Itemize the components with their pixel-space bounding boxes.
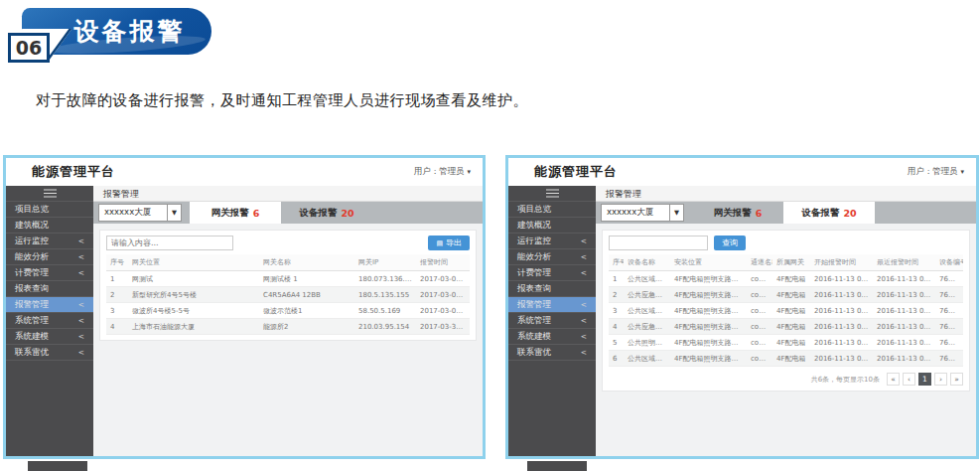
chevron-collapsed-icon: < xyxy=(581,316,587,325)
sidebar-item-4[interactable]: 计费管理< xyxy=(6,265,93,281)
table-cell: 2016-11-13 08:43:52 xyxy=(873,271,935,287)
sidebar-item-0[interactable]: 项目总览 xyxy=(508,202,596,218)
pagination: 共6条，每页显示10条«‹1›» xyxy=(609,373,963,386)
column-header: 通道名称 xyxy=(747,254,772,271)
content-area: 报警管理 xxxxxx大厦 ▼ 网关报警6设备报警20 ▤ 导出 xyxy=(93,186,483,456)
sidebar-item-8[interactable]: 系统建模< xyxy=(508,329,596,345)
tab-label: 网关报警 xyxy=(211,207,249,220)
table-cell: 4 xyxy=(106,319,128,335)
page-button-2[interactable]: 1 xyxy=(918,373,931,386)
sidebar-item-1[interactable]: 建筑概况 xyxy=(6,218,93,234)
sidebar-item-7[interactable]: 系统管理< xyxy=(6,313,93,329)
page-button-1[interactable]: ‹ xyxy=(903,373,915,386)
user-label: 用户：管理员 xyxy=(414,166,465,176)
query-button[interactable]: 查询 xyxy=(714,236,746,250)
table-cell: 公共应急照明 xyxy=(624,287,670,303)
user-menu[interactable]: 用户：管理员 ▾ xyxy=(908,166,964,178)
sidebar-item-label: 能效分析 xyxy=(517,251,551,263)
sidebar-item-3[interactable]: 能效分析< xyxy=(508,249,596,265)
sidebar-item-label: 计费管理 xyxy=(15,267,49,279)
sidebar-item-6[interactable]: 报警管理< xyxy=(6,297,93,313)
table-cell: 微波所4号楼5-5号 xyxy=(128,303,259,319)
table-row[interactable]: 1公共区域照明4F配电箱照明支路（3F）com14F配电箱2016-11-13 … xyxy=(609,271,963,287)
export-button[interactable]: ▤ 导出 xyxy=(428,236,470,250)
table-cell: 公共区域照明 xyxy=(624,303,670,319)
sidebar-item-label: 系统建模 xyxy=(517,331,551,343)
search-input[interactable] xyxy=(106,236,233,250)
building-select[interactable]: xxxxxx大厦 ▼ xyxy=(601,204,684,222)
sidebar-item-7[interactable]: 系统管理< xyxy=(508,313,596,329)
table-row[interactable]: 2公共应急照明4F配电箱照明支路（3C）com14F配电箱2016-11-13 … xyxy=(609,287,963,303)
table-row[interactable]: 3公共区域照明4F配电箱照明支路（3B）com14F配电箱2016-11-13 … xyxy=(609,303,963,319)
tab-device-alarm[interactable]: 设备报警20 xyxy=(281,202,372,224)
breadcrumb: 报警管理 xyxy=(596,186,976,202)
section-description: 对于故障的设备进行报警，及时通知工程管理人员进行现场查看及维护。 xyxy=(36,91,528,110)
menu-toggle-button[interactable] xyxy=(6,186,93,202)
table-cell: 2016-11-13 07:43:57 xyxy=(810,303,873,319)
column-header: 所属网关 xyxy=(772,254,810,271)
table-row[interactable]: 4公共应急照明4F配电箱照明支路（3A）com14F配电箱2016-11-13 … xyxy=(609,319,963,335)
app-window-device-alarm: 能源管理平台 用户：管理员 ▾ 项目总览建筑概况运行监控<能效分析<计费管理<报… xyxy=(505,155,979,459)
sidebar-item-label: 系统管理 xyxy=(15,315,49,327)
search-input[interactable] xyxy=(609,236,708,250)
tab-device-alarm[interactable]: 设备报警20 xyxy=(783,202,875,224)
table-cell: 4F配电箱照明支路（3A） xyxy=(670,319,747,335)
sidebar-item-label: 建筑概况 xyxy=(15,220,49,232)
table-row[interactable]: 2新型研究所4号5号楼C4R5A6A4 12BB180.5.135.155201… xyxy=(106,287,470,303)
chevron-collapsed-icon: < xyxy=(78,348,84,357)
chevron-collapsed-icon: < xyxy=(78,252,84,261)
sidebar-item-4[interactable]: 计费管理< xyxy=(508,265,596,281)
sidebar-item-2[interactable]: 运行监控< xyxy=(6,234,93,249)
sidebar-item-8[interactable]: 系统建模< xyxy=(6,329,93,345)
sidebar-item-1[interactable]: 建筑概况 xyxy=(508,218,596,234)
sidebar-item-label: 报警管理 xyxy=(517,299,551,311)
chevron-collapsed-icon: < xyxy=(581,332,587,341)
sidebar-item-label: 报警管理 xyxy=(15,299,49,311)
table-row[interactable]: 6公共区域照明4F配电箱照明支路（3D）com14F配电箱2016-11-13 … xyxy=(609,351,963,367)
sidebar-item-label: 能效分析 xyxy=(15,251,49,263)
sidebar-item-3[interactable]: 能效分析< xyxy=(6,249,93,265)
tab-gateway-alarm[interactable]: 网关报警6 xyxy=(190,202,281,224)
table-cell: 能源所2 xyxy=(259,319,354,335)
table-cell: com1 xyxy=(747,319,772,335)
sidebar-item-0[interactable]: 项目总览 xyxy=(6,202,93,218)
tab-gateway-alarm[interactable]: 网关报警6 xyxy=(692,202,783,224)
tab-bar: xxxxxx大厦 ▼ 网关报警6设备报警20 xyxy=(93,202,483,224)
chevron-collapsed-icon: < xyxy=(581,236,587,245)
user-menu[interactable]: 用户：管理员 ▾ xyxy=(414,166,471,178)
menu-toggle-button[interactable] xyxy=(508,186,596,202)
table-cell: com1 xyxy=(747,303,772,319)
sidebar-item-9[interactable]: 联系雷优< xyxy=(6,345,93,361)
page-button-0[interactable]: « xyxy=(887,373,900,386)
table-cell: 4F配电箱照明支路（3C） xyxy=(670,287,747,303)
column-header: 序号 xyxy=(609,254,624,271)
sidebar-item-6[interactable]: 报警管理< xyxy=(508,297,596,313)
building-select-value: xxxxxx大厦 xyxy=(602,207,669,219)
building-select[interactable]: xxxxxx大厦 ▼ xyxy=(98,204,182,222)
table-row[interactable]: 4上海市石油能源大厦能源所2210.03.95.1542017-03-30 17… xyxy=(106,319,470,335)
sidebar-item-label: 联系雷优 xyxy=(15,347,49,359)
hamburger-icon xyxy=(44,193,57,195)
table-cell: 2 xyxy=(609,287,624,303)
chevron-collapsed-icon: < xyxy=(581,268,587,277)
page-button-3[interactable]: › xyxy=(934,373,947,386)
sidebar-item-5[interactable]: 报表查询 xyxy=(6,281,93,297)
sidebar-item-label: 系统建模 xyxy=(15,331,49,343)
chevron-collapsed-icon: < xyxy=(581,252,587,261)
table-cell: 76061 xyxy=(935,287,963,303)
table-row[interactable]: 3微波所4号楼5-5号微波示范楼158.50.5.1692017-03-07 2… xyxy=(106,303,470,319)
column-header: 开始报警时间 xyxy=(810,254,873,271)
table-cell: 4 xyxy=(609,319,624,335)
table-cell: 新型研究所4号5号楼 xyxy=(128,287,259,303)
sidebar-item-5[interactable]: 报表查询 xyxy=(508,281,596,297)
pagination-summary: 共6条，每页显示10条 xyxy=(811,375,880,385)
table-row[interactable]: 1网测试网测试楼 1180.073.136.1552017-03-08 14:5… xyxy=(106,271,470,287)
sidebar-item-2[interactable]: 运行监控< xyxy=(508,234,596,249)
page-button-4[interactable]: » xyxy=(950,373,963,386)
sidebar-item-9[interactable]: 联系雷优< xyxy=(508,345,596,361)
window-header: 能源管理平台 用户：管理员 ▾ xyxy=(6,158,483,186)
table-panel: ▤ 导出 序号网关位置网关名称网关IP报警时间1网测试网测试楼 1180.073… xyxy=(99,230,477,341)
table-cell: 4F配电箱 xyxy=(772,319,810,335)
sidebar: 项目总览建筑概况运行监控<能效分析<计费管理<报表查询报警管理<系统管理<系统建… xyxy=(508,186,596,456)
table-row[interactable]: 5公共照明电源4F配电箱照明支路（2F）com14F配电箱2016-11-13 … xyxy=(609,335,963,351)
